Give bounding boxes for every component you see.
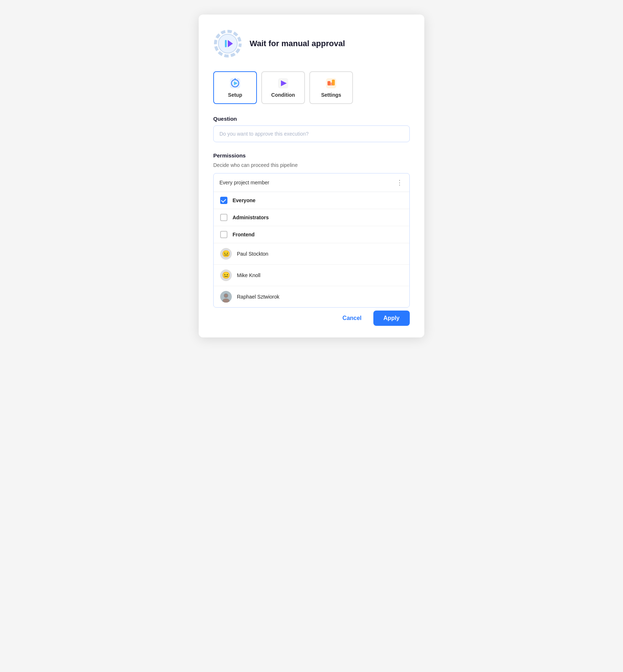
- item-label-paul: Paul Stockton: [237, 251, 268, 257]
- question-label: Question: [213, 116, 410, 122]
- permissions-section: Permissions Decide who can proceed this …: [213, 152, 410, 308]
- avatar-emoji-mike: 😐: [222, 271, 230, 279]
- modal-container: Wait for manual approval Setup Condition: [199, 15, 424, 337]
- dropdown-trigger[interactable]: Every project member ⋮: [214, 173, 409, 192]
- ellipsis-icon: ⋮: [396, 179, 404, 187]
- dropdown-value: Every project member: [219, 180, 269, 185]
- question-input[interactable]: [213, 125, 410, 142]
- checkbox-frontend[interactable]: [220, 231, 227, 238]
- avatar-paul: 😐: [220, 248, 232, 260]
- permissions-label: Permissions: [213, 152, 410, 159]
- item-label-mike: Mike Knoll: [237, 272, 261, 278]
- tab-condition[interactable]: Condition: [261, 71, 305, 104]
- permissions-list: Everyone Administrators Frontend 😐: [214, 192, 409, 307]
- tab-setup[interactable]: Setup: [213, 71, 257, 104]
- list-item[interactable]: Frontend: [214, 226, 409, 243]
- checkbox-everyone[interactable]: [220, 197, 227, 204]
- modal-title: Wait for manual approval: [250, 39, 345, 48]
- list-item[interactable]: Everyone: [214, 192, 409, 209]
- tab-settings-label: Settings: [321, 92, 341, 98]
- apply-button[interactable]: Apply: [373, 311, 410, 326]
- item-label-everyone: Everyone: [233, 197, 255, 203]
- svg-point-17: [224, 294, 228, 297]
- question-section: Question: [213, 116, 410, 152]
- svg-rect-13: [330, 83, 333, 85]
- cancel-button[interactable]: Cancel: [337, 311, 367, 325]
- tab-bar: Setup Condition Settings: [213, 71, 410, 104]
- svg-rect-2: [225, 40, 227, 47]
- tab-settings[interactable]: Settings: [309, 71, 353, 104]
- modal-footer: Cancel Apply: [213, 311, 410, 326]
- item-label-administrators: Administrators: [233, 215, 269, 220]
- avatar-emoji-paul: 😐: [222, 250, 230, 258]
- list-item[interactable]: 😐 Paul Stockton: [214, 243, 409, 265]
- permissions-description: Decide who can proceed this pipeline: [213, 162, 410, 168]
- list-item[interactable]: 😐 Mike Knoll: [214, 265, 409, 286]
- modal-header: Wait for manual approval: [213, 29, 410, 58]
- avatar-raphael: [220, 291, 232, 303]
- checkbox-administrators[interactable]: [220, 214, 227, 221]
- item-label-raphael: Raphael Sztwiorok: [237, 294, 279, 300]
- tab-condition-label: Condition: [271, 92, 295, 98]
- gear-icon: [213, 29, 242, 58]
- avatar-mike: 😐: [220, 269, 232, 281]
- item-label-frontend: Frontend: [233, 232, 255, 237]
- list-item[interactable]: Administrators: [214, 209, 409, 226]
- permissions-dropdown: Every project member ⋮ Everyone Administ…: [213, 173, 410, 308]
- list-item[interactable]: Raphael Sztwiorok: [214, 286, 409, 307]
- tab-setup-label: Setup: [228, 92, 242, 98]
